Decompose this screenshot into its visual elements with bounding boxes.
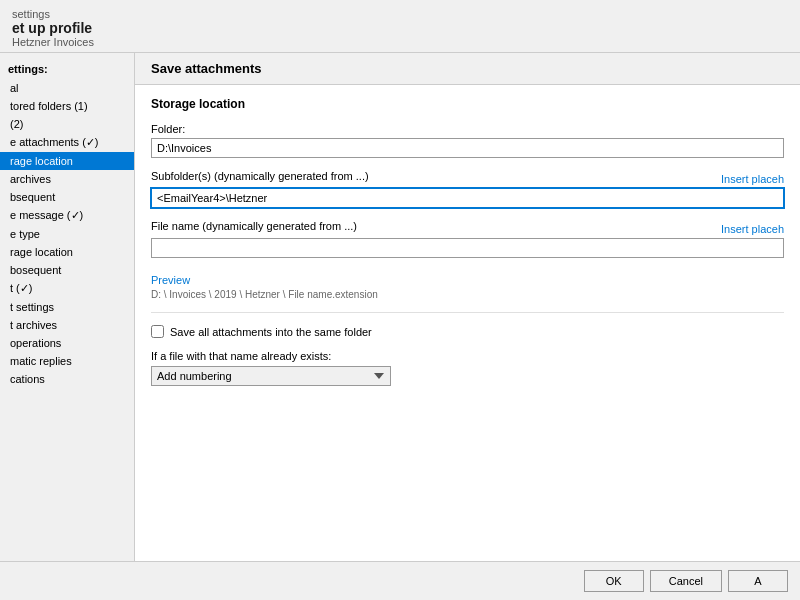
folder-label: Folder: xyxy=(151,123,784,135)
sidebar-item-general[interactable]: al xyxy=(0,79,134,97)
preview-text: D: \ Invoices \ 2019 \ Hetzner \ File na… xyxy=(151,289,784,300)
sidebar-item-storage-location2[interactable]: rage location xyxy=(0,243,134,261)
preview-link[interactable]: Preview xyxy=(151,274,190,286)
sidebar-header: ettings: xyxy=(0,59,134,79)
main-area: ettings: altored folders (1)(2)e attachm… xyxy=(0,53,800,561)
file-exists-select[interactable]: Add numbering Overwrite Skip Ask me xyxy=(151,366,391,386)
sidebar: ettings: altored folders (1)(2)e attachm… xyxy=(0,53,135,561)
ok-button[interactable]: OK xyxy=(584,570,644,592)
subfolder-input[interactable] xyxy=(151,188,784,208)
profile-title: et up profile xyxy=(12,20,788,36)
subfolder-group: Subfolder(s) (dynamically generated from… xyxy=(151,170,784,208)
profile-subtitle: Hetzner Invoices xyxy=(12,36,788,48)
filename-input[interactable] xyxy=(151,238,784,258)
same-folder-checkbox[interactable] xyxy=(151,325,164,338)
subfolder-insert-link[interactable]: Insert placeh xyxy=(721,173,784,185)
sidebar-item-archives[interactable]: archives xyxy=(0,170,134,188)
apply-button[interactable]: A xyxy=(728,570,788,592)
filename-group: File name (dynamically generated from ..… xyxy=(151,220,784,258)
sidebar-item-subsequent[interactable]: bsequent xyxy=(0,188,134,206)
subfolder-row: Subfolder(s) (dynamically generated from… xyxy=(151,170,784,185)
filename-label: File name (dynamically generated from ..… xyxy=(151,220,357,232)
sidebar-item-automatic-replies[interactable]: matic replies xyxy=(0,352,134,370)
subfolder-label: Subfolder(s) (dynamically generated from… xyxy=(151,170,369,182)
content-header: Save attachments xyxy=(135,53,800,85)
cancel-button[interactable]: Cancel xyxy=(650,570,722,592)
filename-insert-link[interactable]: Insert placeh xyxy=(721,223,784,235)
preview-section: Preview D: \ Invoices \ 2019 \ Hetzner \… xyxy=(151,270,784,300)
title-bar: settings et up profile Hetzner Invoices xyxy=(0,0,800,53)
sidebar-item-content[interactable]: t (✓) xyxy=(0,279,134,298)
content-body: Storage location Folder: Subfolder(s) (d… xyxy=(135,85,800,410)
sidebar-item-subsequent2[interactable]: bosequent xyxy=(0,261,134,279)
same-folder-label: Save all attachments into the same folde… xyxy=(170,326,372,338)
file-exists-label: If a file with that name already exists: xyxy=(151,350,784,362)
sidebar-item-applications[interactable]: cations xyxy=(0,370,134,388)
sidebar-item-source-message[interactable]: e message (✓) xyxy=(0,206,134,225)
filename-row: File name (dynamically generated from ..… xyxy=(151,220,784,235)
sidebar-item-content-settings[interactable]: t settings xyxy=(0,298,134,316)
bottom-bar: OK Cancel A xyxy=(0,561,800,600)
sidebar-item-archives2[interactable]: t archives xyxy=(0,316,134,334)
same-folder-row: Save all attachments into the same folde… xyxy=(151,325,784,338)
section-title: Storage location xyxy=(151,97,784,111)
divider xyxy=(151,312,784,313)
folder-input[interactable] xyxy=(151,138,784,158)
sidebar-item-storage-location[interactable]: rage location xyxy=(0,152,134,170)
sidebar-item-item2[interactable]: (2) xyxy=(0,115,134,133)
settings-label: settings xyxy=(12,8,788,20)
content-area: Save attachments Storage location Folder… xyxy=(135,53,800,561)
sidebar-item-file-type[interactable]: e type xyxy=(0,225,134,243)
sidebar-item-save-attachments[interactable]: e attachments (✓) xyxy=(0,133,134,152)
sidebar-item-operations[interactable]: operations xyxy=(0,334,134,352)
sidebar-item-monitored-folders[interactable]: tored folders (1) xyxy=(0,97,134,115)
folder-group: Folder: xyxy=(151,123,784,158)
file-exists-group: If a file with that name already exists:… xyxy=(151,350,784,386)
window: settings et up profile Hetzner Invoices … xyxy=(0,0,800,600)
